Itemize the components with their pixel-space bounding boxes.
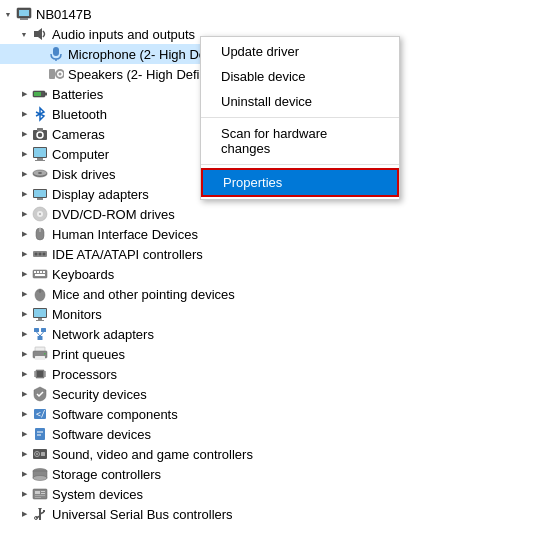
tree-item-label-dvd: DVD/CD-ROM drives (52, 207, 175, 222)
tree-item-label-hid: Human Interface Devices (52, 227, 198, 242)
chevron-collapsed-icon[interactable] (16, 446, 32, 462)
monitors-icon (32, 306, 48, 322)
svg-marker-85 (38, 508, 42, 511)
svg-rect-18 (34, 148, 46, 157)
network-icon (32, 326, 48, 342)
computer-icon (32, 146, 48, 162)
displayadapters-icon (32, 186, 48, 202)
sound-icon (32, 446, 48, 462)
chevron-collapsed-icon[interactable] (16, 266, 32, 282)
svg-rect-83 (35, 497, 41, 498)
menu-item-update-driver[interactable]: Update driver (201, 39, 399, 64)
tree-item-label-softwarecomp: Software components (52, 407, 178, 422)
svg-rect-1 (19, 10, 29, 16)
chevron-collapsed-icon[interactable] (16, 486, 32, 502)
svg-rect-56 (35, 356, 45, 360)
svg-rect-20 (35, 160, 45, 161)
chevron-expanded-icon[interactable] (0, 6, 16, 22)
tree-item-label-cameras: Cameras (52, 127, 105, 142)
svg-rect-40 (43, 271, 45, 273)
audio-icon (32, 26, 48, 42)
chevron-collapsed-icon[interactable] (16, 286, 32, 302)
svg-rect-51 (38, 336, 43, 340)
tree-item-label-network: Network adapters (52, 327, 154, 342)
chevron-collapsed-icon[interactable] (16, 326, 32, 342)
storage-icon (32, 466, 48, 482)
tree-item-label-keyboards: Keyboards (52, 267, 114, 282)
diskdrives-icon (32, 166, 48, 182)
chevron-collapsed-icon[interactable] (16, 246, 32, 262)
svg-point-33 (35, 253, 38, 256)
svg-rect-16 (37, 128, 43, 131)
tree-item-monitors[interactable]: Monitors (0, 304, 260, 324)
tree-item-label-storage: Storage controllers (52, 467, 161, 482)
chevron-collapsed-icon[interactable] (16, 386, 32, 402)
tree-item-print[interactable]: Print queues (0, 344, 260, 364)
tree-item-security[interactable]: Security devices (0, 384, 260, 404)
chevron-collapsed-icon[interactable] (16, 166, 32, 182)
svg-rect-19 (37, 158, 43, 160)
svg-rect-38 (37, 271, 39, 273)
menu-item-scan-hardware[interactable]: Scan for hardware changes (201, 121, 399, 161)
chevron-collapsed-icon[interactable] (16, 86, 32, 102)
menu-item-uninstall-device[interactable]: Uninstall device (201, 89, 399, 114)
svg-rect-2 (20, 18, 28, 20)
chevron-collapsed-icon[interactable] (16, 126, 32, 142)
tree-item-label-mice: Mice and other pointing devices (52, 287, 235, 302)
tree-item-softwaredev[interactable]: Software devices (0, 424, 260, 444)
svg-rect-39 (40, 271, 42, 273)
tree-item-label-batteries: Batteries (52, 87, 103, 102)
ide-icon (32, 246, 48, 262)
svg-rect-10 (45, 93, 47, 96)
svg-rect-11 (34, 92, 41, 96)
tree-item-sound[interactable]: Sound, video and game controllers (0, 444, 260, 464)
chevron-collapsed-icon[interactable] (16, 406, 32, 422)
cameras-icon (32, 126, 48, 142)
tree-item-processors[interactable]: Processors (0, 364, 260, 384)
tree-item-label-ide: IDE ATA/ATAPI controllers (52, 247, 203, 262)
tree-item-label-system: System devices (52, 487, 143, 502)
microphone-icon (48, 46, 64, 62)
chevron-collapsed-icon[interactable] (16, 366, 32, 382)
chevron-collapsed-icon[interactable] (16, 186, 32, 202)
menu-item-properties[interactable]: Properties (201, 168, 399, 197)
chevron-collapsed-icon[interactable] (16, 346, 32, 362)
chevron-collapsed-icon[interactable] (16, 106, 32, 122)
svg-point-8 (59, 73, 62, 76)
tree-item-root[interactable]: NB0147B (0, 4, 260, 24)
chevron-expanded-icon[interactable] (16, 26, 32, 42)
chevron-collapsed-icon[interactable] (16, 206, 32, 222)
svg-marker-3 (34, 28, 42, 40)
tree-item-usb[interactable]: Universal Serial Bus controllers (0, 504, 260, 524)
tree-item-dvd[interactable]: DVD/CD-ROM drives (0, 204, 260, 224)
tree-item-softwarecomp[interactable]: </> Software components (0, 404, 260, 424)
svg-point-29 (39, 213, 41, 215)
svg-line-52 (37, 332, 41, 336)
tree-item-hid[interactable]: Human Interface Devices (0, 224, 260, 244)
svg-rect-50 (41, 328, 46, 332)
svg-point-34 (39, 253, 42, 256)
svg-rect-47 (38, 318, 42, 320)
context-menu: Update driverDisable deviceUninstall dev… (200, 36, 400, 200)
tree-item-storage[interactable]: Storage controllers (0, 464, 260, 484)
svg-point-73 (36, 453, 38, 455)
tree-item-ide[interactable]: IDE ATA/ATAPI controllers (0, 244, 260, 264)
chevron-collapsed-icon[interactable] (16, 306, 32, 322)
chevron-collapsed-icon[interactable] (16, 426, 32, 442)
chevron-collapsed-icon[interactable] (16, 506, 32, 522)
tree-item-network[interactable]: Network adapters (0, 324, 260, 344)
hid-icon (32, 226, 48, 242)
chevron-collapsed-icon[interactable] (16, 466, 32, 482)
processors-icon (32, 366, 48, 382)
svg-rect-25 (34, 190, 46, 197)
tree-item-system[interactable]: System devices (0, 484, 260, 504)
tree-item-keyboards[interactable]: Keyboards (0, 264, 260, 284)
svg-rect-48 (36, 320, 44, 321)
svg-rect-31 (39, 228, 41, 232)
menu-item-disable-device[interactable]: Disable device (201, 64, 399, 89)
chevron-collapsed-icon[interactable] (16, 146, 32, 162)
tree-item-label-security: Security devices (52, 387, 147, 402)
chevron-collapsed-icon[interactable] (16, 226, 32, 242)
svg-rect-79 (35, 491, 40, 494)
tree-item-mice[interactable]: Mice and other pointing devices (0, 284, 260, 304)
